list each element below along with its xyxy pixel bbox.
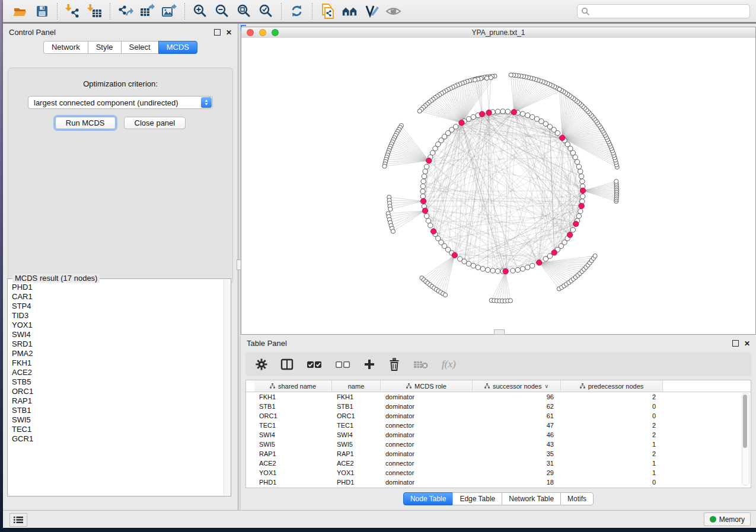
graph-node[interactable] — [614, 180, 618, 184]
result-node-item[interactable]: STB1 — [12, 406, 224, 415]
graph-node[interactable] — [473, 78, 477, 82]
graph-node[interactable] — [423, 169, 428, 174]
result-node-item[interactable]: RAP1 — [12, 396, 224, 406]
tab-network[interactable]: Network — [43, 41, 88, 54]
result-node-item[interactable]: PHD1 — [12, 283, 224, 292]
graph-node[interactable] — [422, 174, 426, 179]
criterion-dropdown[interactable]: largest connected component (undirected)… — [28, 96, 213, 109]
table-row[interactable]: RAP1RAP1dominator352 — [246, 449, 751, 459]
result-node-item[interactable]: TID3 — [12, 311, 224, 321]
graph-node[interactable] — [539, 119, 544, 124]
tab-network-table[interactable]: Network Table — [502, 492, 561, 505]
result-node-item[interactable]: CAR1 — [12, 292, 224, 302]
tab-style[interactable]: Style — [88, 41, 122, 54]
save-icon[interactable] — [34, 4, 50, 19]
table-row[interactable]: PHD1PHD1dominator180 — [246, 477, 751, 487]
graph-node[interactable] — [428, 223, 433, 227]
table-scrollbar[interactable] — [742, 393, 749, 486]
result-node-item[interactable]: FKH1 — [12, 358, 224, 368]
graph-node[interactable] — [471, 263, 476, 268]
table-row[interactable]: TEC1TEC1connector472 — [246, 421, 751, 430]
graph-node[interactable] — [466, 117, 471, 121]
graph-node[interactable] — [580, 194, 585, 198]
graph-node[interactable] — [462, 259, 467, 264]
graph-node[interactable] — [570, 227, 575, 232]
run-mcds-button[interactable]: Run MCDS — [55, 117, 116, 129]
mcds-result-list[interactable]: PHD1CAR1STP4TID3YOX1SWI4SRD1PMA2FKH1ACE2… — [8, 280, 224, 496]
binoculars-icon[interactable] — [342, 4, 358, 19]
graph-node[interactable] — [593, 254, 597, 258]
task-history-button[interactable] — [9, 513, 27, 527]
tab-node-table[interactable]: Node Table — [403, 492, 454, 505]
deselect-all-icon[interactable] — [335, 360, 350, 369]
graph-node[interactable] — [486, 267, 490, 272]
graph-node[interactable] — [490, 268, 495, 273]
result-node-item[interactable]: TEC1 — [12, 425, 224, 434]
mcds-hub-node[interactable] — [486, 110, 492, 115]
tab-select[interactable]: Select — [121, 41, 159, 54]
result-node-item[interactable]: ACE2 — [12, 368, 224, 377]
table-row[interactable]: SWI5SWI5connector431 — [246, 440, 751, 449]
graph-node[interactable] — [578, 169, 583, 174]
graph-node[interactable] — [388, 207, 393, 211]
table-row[interactable]: ORC1ORC1dominator610 — [246, 411, 751, 421]
graph-node[interactable] — [511, 268, 515, 273]
table-row[interactable]: FKH1FKH1dominator962 — [246, 392, 751, 402]
graph-node[interactable] — [495, 109, 500, 114]
mcds-hub-node[interactable] — [452, 252, 457, 258]
zoom-out-icon[interactable] — [214, 4, 230, 19]
minimize-window-icon[interactable] — [259, 29, 266, 36]
table-scrollbar-thumb[interactable] — [743, 395, 747, 448]
delete-column-icon[interactable] — [388, 358, 400, 371]
mcds-hub-node[interactable] — [426, 158, 432, 164]
graph-node[interactable] — [557, 87, 562, 91]
table-row[interactable]: YOX1YOX1connector291 — [246, 468, 751, 477]
graph-node[interactable] — [426, 219, 430, 223]
graph-node[interactable] — [530, 263, 535, 268]
import-network-icon[interactable] — [65, 4, 81, 19]
mcds-hub-node[interactable] — [560, 135, 565, 140]
result-node-item[interactable]: STB5 — [12, 377, 224, 387]
close-table-panel-icon[interactable]: ✕ — [744, 341, 750, 347]
zoom-selected-icon[interactable] — [258, 4, 274, 19]
search-input[interactable] — [577, 4, 750, 18]
result-node-item[interactable]: SRD1 — [12, 339, 224, 349]
table-row[interactable]: ACE2ACE2connector311 — [246, 459, 751, 468]
mcds-hub-node[interactable] — [430, 229, 436, 234]
close-panel-icon[interactable]: ✕ — [226, 30, 232, 36]
result-node-item[interactable]: ORC1 — [12, 387, 224, 396]
mcds-hub-node[interactable] — [579, 203, 584, 209]
float-table-panel-icon[interactable] — [732, 340, 739, 347]
graph-node[interactable] — [420, 189, 425, 194]
result-node-item[interactable]: PMA2 — [12, 349, 224, 358]
graph-node[interactable] — [547, 254, 552, 258]
export-table-icon[interactable] — [139, 4, 155, 19]
style-vizmap-icon[interactable] — [363, 4, 379, 19]
table-row[interactable]: SWI4SWI4dominator462 — [246, 430, 751, 440]
graph-node[interactable] — [417, 109, 422, 113]
tab-edge-table[interactable]: Edge Table — [452, 492, 502, 505]
graph-node[interactable] — [575, 159, 579, 164]
graph-node[interactable] — [515, 267, 520, 272]
tab-motifs[interactable]: Motifs — [560, 492, 594, 505]
mcds-hub-node[interactable] — [511, 110, 516, 115]
clone-network-icon[interactable] — [320, 4, 336, 19]
column-header-successor-nodes[interactable]: successor nodes∨ — [473, 380, 561, 392]
mcds-hub-node[interactable] — [551, 250, 557, 255]
close-window-icon[interactable] — [247, 29, 254, 36]
close-panel-button[interactable]: Close panel — [124, 117, 186, 129]
graph-node[interactable] — [476, 265, 480, 270]
graph-node[interactable] — [576, 164, 581, 169]
export-network-icon[interactable] — [117, 4, 133, 19]
graph-node[interactable] — [421, 179, 426, 184]
column-header-MCDS-role[interactable]: MCDS role — [381, 380, 473, 392]
add-column-icon[interactable] — [363, 358, 375, 370]
mcds-hub-node[interactable] — [567, 232, 573, 238]
result-node-item[interactable]: GCR1 — [12, 434, 224, 444]
graph-node[interactable] — [420, 184, 425, 188]
graph-node[interactable] — [391, 229, 395, 233]
select-all-icon[interactable] — [307, 360, 322, 369]
column-header-shared-name[interactable]: shared name — [254, 380, 332, 392]
graph-node[interactable] — [489, 76, 493, 80]
table-row[interactable]: STB1STB1dominator620 — [246, 402, 751, 411]
